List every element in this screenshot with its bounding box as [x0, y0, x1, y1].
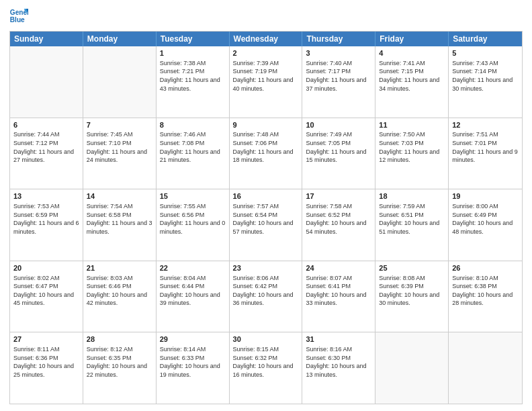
calendar-cell: 27Sunrise: 8:11 AMSunset: 6:36 PMDayligh… — [10, 332, 83, 404]
calendar-cell: 16Sunrise: 7:57 AMSunset: 6:54 PMDayligh… — [230, 189, 303, 261]
day-number: 26 — [452, 263, 519, 273]
cell-info: Sunrise: 8:06 AMSunset: 6:42 PMDaylight:… — [233, 274, 299, 308]
day-number: 21 — [87, 263, 152, 273]
logo-icon: General Blue — [9, 7, 28, 26]
day-number: 6 — [13, 120, 79, 130]
day-number: 2 — [233, 48, 299, 58]
calendar-cell: 7Sunrise: 7:45 AMSunset: 7:10 PMDaylight… — [83, 118, 157, 189]
calendar-cell: 15Sunrise: 7:55 AMSunset: 6:56 PMDayligh… — [157, 189, 230, 261]
day-number: 14 — [87, 191, 152, 201]
cell-info: Sunrise: 8:03 AMSunset: 6:46 PMDaylight:… — [87, 274, 152, 308]
calendar-cell: 4Sunrise: 7:41 AMSunset: 7:15 PMDaylight… — [375, 46, 449, 118]
calendar-cell: 30Sunrise: 8:15 AMSunset: 6:32 PMDayligh… — [230, 332, 303, 404]
calendar-cell: 12Sunrise: 7:51 AMSunset: 7:01 PMDayligh… — [449, 118, 522, 189]
day-number: 9 — [233, 120, 299, 130]
calendar-cell: 20Sunrise: 8:02 AMSunset: 6:47 PMDayligh… — [10, 261, 83, 332]
calendar-cell — [10, 46, 83, 118]
calendar-cell: 21Sunrise: 8:03 AMSunset: 6:46 PMDayligh… — [83, 261, 157, 332]
header: General Blue — [9, 7, 523, 26]
cell-info: Sunrise: 7:45 AMSunset: 7:10 PMDaylight:… — [87, 130, 152, 164]
day-number: 22 — [160, 263, 226, 273]
cell-info: Sunrise: 7:55 AMSunset: 6:56 PMDaylight:… — [160, 202, 226, 236]
calendar-cell: 31Sunrise: 8:16 AMSunset: 6:30 PMDayligh… — [302, 332, 375, 404]
calendar-cell: 22Sunrise: 8:04 AMSunset: 6:44 PMDayligh… — [157, 261, 230, 332]
day-header-friday: Friday — [375, 32, 449, 46]
calendar-cell: 6Sunrise: 7:44 AMSunset: 7:12 PMDaylight… — [10, 118, 83, 189]
cell-info: Sunrise: 8:08 AMSunset: 6:39 PMDaylight:… — [379, 274, 445, 308]
day-header-monday: Monday — [83, 32, 157, 46]
cell-info: Sunrise: 7:43 AMSunset: 7:14 PMDaylight:… — [452, 59, 519, 93]
calendar-cell: 1Sunrise: 7:38 AMSunset: 7:21 PMDaylight… — [157, 46, 230, 118]
calendar-cell: 13Sunrise: 7:53 AMSunset: 6:59 PMDayligh… — [10, 189, 83, 261]
day-number: 11 — [379, 120, 445, 130]
day-number: 18 — [379, 191, 445, 201]
calendar-cell: 28Sunrise: 8:12 AMSunset: 6:35 PMDayligh… — [83, 332, 157, 404]
logo: General Blue — [9, 7, 28, 26]
day-number: 24 — [306, 263, 371, 273]
calendar-week-4: 20Sunrise: 8:02 AMSunset: 6:47 PMDayligh… — [10, 261, 522, 332]
cell-info: Sunrise: 7:54 AMSunset: 6:58 PMDaylight:… — [87, 202, 152, 236]
cell-info: Sunrise: 8:04 AMSunset: 6:44 PMDaylight:… — [160, 274, 226, 308]
calendar-week-3: 13Sunrise: 7:53 AMSunset: 6:59 PMDayligh… — [10, 189, 522, 261]
day-number: 15 — [160, 191, 226, 201]
calendar-cell: 10Sunrise: 7:49 AMSunset: 7:05 PMDayligh… — [302, 118, 375, 189]
cell-info: Sunrise: 7:50 AMSunset: 7:03 PMDaylight:… — [379, 130, 445, 164]
cell-info: Sunrise: 8:15 AMSunset: 6:32 PMDaylight:… — [233, 345, 299, 379]
day-number: 7 — [87, 120, 152, 130]
day-header-thursday: Thursday — [302, 32, 375, 46]
cell-info: Sunrise: 7:39 AMSunset: 7:19 PMDaylight:… — [233, 59, 299, 93]
calendar-cell: 19Sunrise: 8:00 AMSunset: 6:49 PMDayligh… — [449, 189, 522, 261]
day-number: 5 — [452, 48, 519, 58]
svg-text:Blue: Blue — [10, 16, 25, 24]
day-number: 20 — [13, 263, 79, 273]
day-number: 29 — [160, 334, 226, 345]
day-number: 8 — [160, 120, 226, 130]
day-number: 27 — [13, 334, 79, 345]
day-number: 30 — [233, 334, 299, 345]
cell-info: Sunrise: 8:00 AMSunset: 6:49 PMDaylight:… — [452, 202, 519, 236]
cell-info: Sunrise: 7:46 AMSunset: 7:08 PMDaylight:… — [160, 130, 226, 164]
day-number: 28 — [87, 334, 152, 345]
page: General Blue SundayMondayTuesdayWednesda… — [0, 0, 532, 411]
day-number: 31 — [306, 334, 371, 345]
calendar-cell — [375, 332, 449, 404]
cell-info: Sunrise: 8:16 AMSunset: 6:30 PMDaylight:… — [306, 345, 371, 379]
calendar-week-2: 6Sunrise: 7:44 AMSunset: 7:12 PMDaylight… — [10, 118, 522, 189]
day-number: 12 — [452, 120, 519, 130]
day-number: 13 — [13, 191, 79, 201]
day-number: 16 — [233, 191, 299, 201]
cell-info: Sunrise: 7:38 AMSunset: 7:21 PMDaylight:… — [160, 59, 226, 93]
cell-info: Sunrise: 7:44 AMSunset: 7:12 PMDaylight:… — [13, 130, 79, 164]
cell-info: Sunrise: 7:58 AMSunset: 6:52 PMDaylight:… — [306, 202, 371, 236]
cell-info: Sunrise: 8:12 AMSunset: 6:35 PMDaylight:… — [87, 345, 152, 379]
cell-info: Sunrise: 7:41 AMSunset: 7:15 PMDaylight:… — [379, 59, 445, 93]
calendar-cell: 14Sunrise: 7:54 AMSunset: 6:58 PMDayligh… — [83, 189, 157, 261]
cell-info: Sunrise: 8:07 AMSunset: 6:41 PMDaylight:… — [306, 274, 371, 308]
calendar-cell: 11Sunrise: 7:50 AMSunset: 7:03 PMDayligh… — [375, 118, 449, 189]
day-header-wednesday: Wednesday — [230, 32, 303, 46]
day-number: 23 — [233, 263, 299, 273]
calendar-cell: 9Sunrise: 7:48 AMSunset: 7:06 PMDaylight… — [230, 118, 303, 189]
calendar-body: 1Sunrise: 7:38 AMSunset: 7:21 PMDaylight… — [10, 46, 522, 404]
cell-info: Sunrise: 7:57 AMSunset: 6:54 PMDaylight:… — [233, 202, 299, 236]
day-header-saturday: Saturday — [449, 32, 522, 46]
day-number: 19 — [452, 191, 519, 201]
day-number: 4 — [379, 48, 445, 58]
day-header-tuesday: Tuesday — [157, 32, 230, 46]
cell-info: Sunrise: 8:02 AMSunset: 6:47 PMDaylight:… — [13, 274, 79, 308]
calendar-cell: 17Sunrise: 7:58 AMSunset: 6:52 PMDayligh… — [302, 189, 375, 261]
cell-info: Sunrise: 8:10 AMSunset: 6:38 PMDaylight:… — [452, 274, 519, 308]
calendar-cell: 24Sunrise: 8:07 AMSunset: 6:41 PMDayligh… — [302, 261, 375, 332]
calendar-cell — [83, 46, 157, 118]
cell-info: Sunrise: 8:14 AMSunset: 6:33 PMDaylight:… — [160, 345, 226, 379]
day-number: 3 — [306, 48, 371, 58]
calendar-cell: 23Sunrise: 8:06 AMSunset: 6:42 PMDayligh… — [230, 261, 303, 332]
cell-info: Sunrise: 7:49 AMSunset: 7:05 PMDaylight:… — [306, 130, 371, 164]
calendar-week-1: 1Sunrise: 7:38 AMSunset: 7:21 PMDaylight… — [10, 46, 522, 118]
cell-info: Sunrise: 7:40 AMSunset: 7:17 PMDaylight:… — [306, 59, 371, 93]
day-number: 10 — [306, 120, 371, 130]
calendar-cell: 3Sunrise: 7:40 AMSunset: 7:17 PMDaylight… — [302, 46, 375, 118]
day-number: 1 — [160, 48, 226, 58]
day-header-sunday: Sunday — [10, 32, 83, 46]
calendar-cell: 2Sunrise: 7:39 AMSunset: 7:19 PMDaylight… — [230, 46, 303, 118]
